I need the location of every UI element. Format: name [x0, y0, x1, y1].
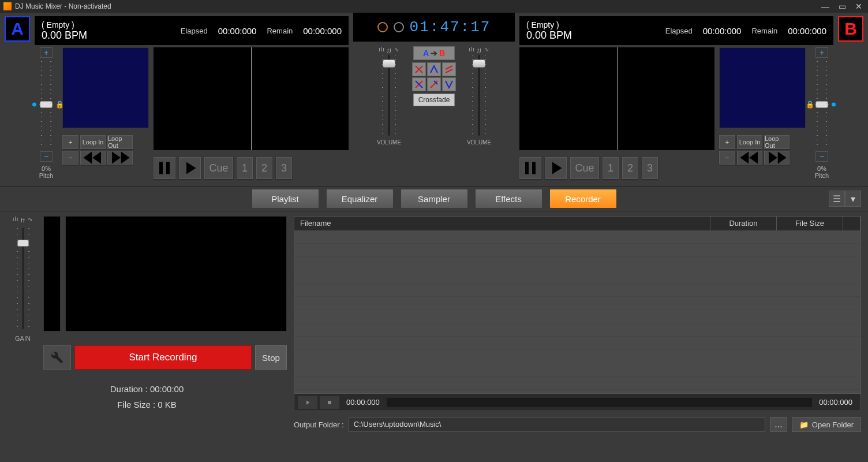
view-dropdown-button[interactable]: ▾	[845, 191, 861, 207]
level-meters	[43, 216, 61, 331]
col-filename[interactable]: Filename	[294, 217, 710, 230]
deck-b-hotcue-3[interactable]: 3	[642, 157, 658, 179]
deck-b-loop-minus[interactable]: −	[719, 151, 735, 165]
tab-recorder[interactable]: Recorder	[550, 189, 616, 208]
recorder-panel: ılı ɟɟ ∿ GAIN Start Recording Stop Durat…	[0, 211, 868, 437]
deck-a-play[interactable]	[179, 157, 201, 179]
deck-a: A ( Empty ) 0.00 BPM Elapsed 00:00:000 R…	[0, 13, 353, 186]
deck-a-cue[interactable]: Cue	[204, 157, 233, 179]
deck-a-loop-plus[interactable]: +	[62, 135, 78, 149]
crossfade-curve-1[interactable]	[412, 62, 426, 76]
lock-icon[interactable]: 🔒	[806, 100, 813, 109]
stopwatch-icon[interactable]	[394, 22, 404, 32]
deck-a-waveform[interactable]	[154, 47, 349, 150]
deck-b-remain-label: Remain	[751, 27, 777, 35]
crossfade-curve-5[interactable]	[427, 77, 441, 91]
recording-filesize: File Size : 0 KB	[7, 397, 287, 412]
deck-a-pitch-minus[interactable]: −	[40, 151, 53, 162]
deck-b-volume-slider[interactable]	[470, 55, 488, 136]
gain-slider[interactable]	[16, 228, 31, 329]
deck-a-elapsed-label: Elapsed	[181, 27, 208, 35]
deck-area: A ( Empty ) 0.00 BPM Elapsed 00:00:000 R…	[0, 13, 868, 186]
minimize-button[interactable]: —	[819, 2, 832, 11]
deck-b-hotcue-2[interactable]: 2	[622, 157, 638, 179]
tab-bar: Playlist Equalizer Sampler Effects Recor…	[0, 186, 868, 211]
deck-a-pause[interactable]	[154, 157, 175, 179]
deck-b-cue[interactable]: Cue	[570, 157, 599, 179]
col-duration[interactable]: Duration	[710, 217, 777, 230]
tab-sampler[interactable]: Sampler	[401, 189, 467, 208]
folder-icon: 📁	[799, 420, 809, 429]
deck-b-elapsed: 00:00:000	[703, 26, 742, 36]
deck-a-rewind[interactable]	[80, 151, 106, 165]
crossfade-curve-3[interactable]	[442, 62, 456, 76]
tab-equalizer[interactable]: Equalizer	[327, 189, 393, 208]
clock-icon[interactable]	[377, 22, 388, 32]
window-title: DJ Music Mixer - Non-activated	[15, 2, 111, 10]
col-filesize[interactable]: File Size	[777, 217, 843, 230]
browse-folder-button[interactable]: ...	[770, 417, 787, 432]
table-rows[interactable]	[294, 230, 860, 394]
deck-a-forward[interactable]	[107, 151, 133, 165]
recording-duration: Duration : 00:00:00	[7, 381, 287, 397]
deck-b-pitch-plus[interactable]: +	[815, 47, 828, 58]
deck-b-play[interactable]	[545, 157, 567, 179]
deck-b-elapsed-label: Elapsed	[665, 27, 693, 35]
deck-a-volume-slider[interactable]	[380, 55, 398, 136]
maximize-button[interactable]: ▭	[836, 2, 848, 11]
stop-recording-button[interactable]: Stop	[255, 345, 287, 370]
lock-icon[interactable]: 🔒	[55, 100, 62, 109]
start-recording-button[interactable]: Start Recording	[74, 345, 252, 370]
crossfade-curve-4[interactable]	[412, 77, 426, 91]
deck-b-eq-icons[interactable]: ılı ɟɟ ∿	[469, 46, 489, 53]
deck-b-forward[interactable]	[764, 151, 790, 165]
deck-a-elapsed: 00:00:000	[218, 26, 257, 36]
preview-stop[interactable]	[320, 396, 339, 409]
deck-b-remain: 00:00:000	[788, 26, 826, 36]
crossfade-curve-2[interactable]	[427, 62, 441, 76]
preview-play[interactable]	[298, 396, 317, 409]
center-panel: 01:47:17 ılı ɟɟ ∿ VOLUME A➔B Crossfade	[353, 13, 515, 186]
deck-a-loop-minus[interactable]: −	[62, 151, 78, 165]
deck-b-loop-plus[interactable]: +	[719, 135, 735, 149]
preview-progress[interactable]	[387, 398, 812, 407]
crossfade-button[interactable]: Crossfade	[413, 94, 455, 106]
deck-b-rewind[interactable]	[737, 151, 762, 165]
a-to-b-button[interactable]: A➔B	[413, 46, 455, 60]
preview-elapsed: 00:00:000	[346, 398, 380, 407]
deck-b-pause[interactable]	[519, 157, 541, 179]
deck-a-jog-display[interactable]	[62, 47, 149, 128]
deck-b-bpm: 0.00 BPM	[526, 29, 572, 42]
deck-b-waveform[interactable]	[519, 47, 714, 150]
deck-b-pitch-minus[interactable]: −	[815, 151, 828, 162]
recordings-table[interactable]: Filename Duration File Size	[294, 216, 861, 394]
deck-b-pitch-slider[interactable]: 🔒	[815, 61, 829, 148]
output-folder-path[interactable]: C:\Users\uptodown\Music\	[349, 417, 765, 432]
list-view-button[interactable]: ☰	[829, 191, 845, 207]
deck-a-title: ( Empty )	[42, 20, 87, 29]
crossfade-curve-6[interactable]	[442, 77, 456, 91]
deck-b-jog-display[interactable]	[719, 47, 806, 128]
tab-playlist[interactable]: Playlist	[252, 189, 319, 208]
deck-b-title: ( Empty )	[526, 20, 572, 29]
deck-b-hotcue-1[interactable]: 1	[603, 157, 619, 179]
open-folder-button[interactable]: 📁 Open Folder	[792, 417, 861, 432]
deck-b: B ( Empty ) 0.00 BPM Elapsed 00:00:000 R…	[515, 13, 868, 186]
deck-a-pitch-plus[interactable]: +	[40, 47, 53, 58]
settings-button[interactable]	[43, 345, 71, 370]
preview-total: 00:00:000	[819, 398, 852, 407]
deck-a-hotcue-3[interactable]: 3	[276, 157, 292, 179]
deck-a-remain: 00:00:000	[303, 26, 342, 36]
tab-effects[interactable]: Effects	[476, 189, 542, 208]
deck-a-badge: A	[5, 16, 30, 42]
deck-b-badge: B	[838, 16, 863, 42]
deck-a-hotcue-1[interactable]: 1	[237, 157, 253, 179]
close-button[interactable]: ✕	[853, 2, 865, 11]
output-folder-label: Output Folder :	[294, 420, 344, 429]
rec-eq-icons[interactable]: ılı ɟɟ ∿	[13, 216, 33, 222]
deck-a-hotcue-2[interactable]: 2	[256, 157, 272, 179]
deck-a-eq-icons[interactable]: ılı ɟɟ ∿	[379, 46, 399, 53]
deck-a-pitch-slider[interactable]: 🔒	[39, 61, 53, 148]
deck-b-header: ( Empty ) 0.00 BPM Elapsed 00:00:000 Rem…	[519, 16, 833, 45]
app-icon	[3, 2, 12, 10]
